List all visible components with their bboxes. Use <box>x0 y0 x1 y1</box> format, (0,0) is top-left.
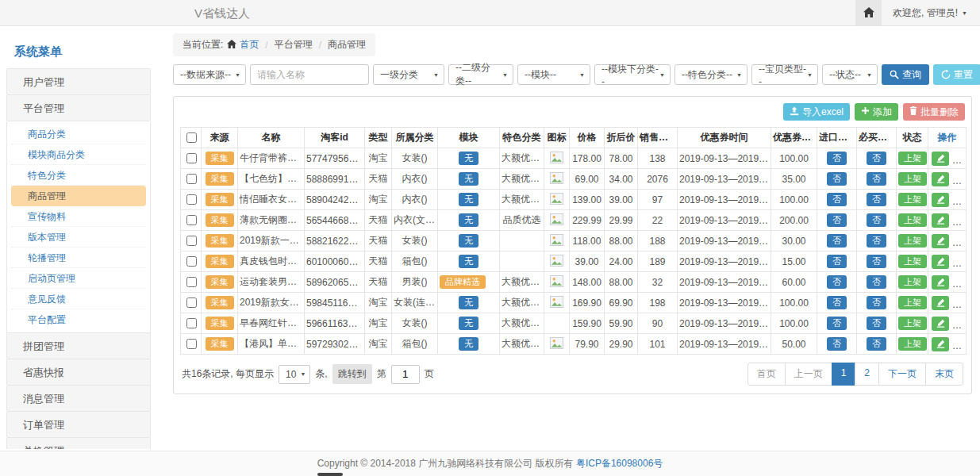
user-menu[interactable]: 欢迎您, 管理员! ▼ <box>882 0 980 26</box>
status-toggle[interactable]: 上架 <box>898 193 927 206</box>
import-select-toggle[interactable]: 否 <box>827 296 847 309</box>
module-none-badge[interactable]: 无 <box>459 172 478 186</box>
jump-button[interactable]: 跳转到 <box>332 364 372 384</box>
pager-item-末页[interactable]: 末页 <box>925 363 963 386</box>
sidebar-item[interactable]: 意见反馈 <box>11 289 146 309</box>
edit-button[interactable] <box>932 255 949 269</box>
must-buy-toggle[interactable]: 否 <box>867 213 886 227</box>
sidebar-item[interactable]: 启动页管理 <box>11 268 146 289</box>
status-toggle[interactable]: 上架 <box>898 213 927 227</box>
filter-select-3[interactable]: --二级分类--▼ <box>448 64 513 85</box>
import-excel-button[interactable]: 导入excel <box>783 103 850 121</box>
filter-select-8[interactable]: --状态--▼ <box>822 64 878 85</box>
edit-button[interactable] <box>932 317 949 331</box>
import-select-toggle[interactable]: 否 <box>827 213 847 227</box>
breadcrumb-home-link[interactable]: 首页 <box>227 38 259 52</box>
must-buy-toggle[interactable]: 否 <box>867 255 886 268</box>
edit-button[interactable] <box>932 275 949 290</box>
module-none-badge[interactable]: 无 <box>459 193 478 206</box>
status-toggle[interactable]: 上架 <box>898 337 927 351</box>
must-buy-toggle[interactable]: 否 <box>867 172 886 186</box>
must-buy-toggle[interactable]: 否 <box>867 337 886 351</box>
sidebar-group-2[interactable]: 拼团管理 <box>6 332 151 359</box>
filter-select-7[interactable]: --宝贝类型--▼ <box>751 64 818 85</box>
must-buy-toggle[interactable]: 否 <box>867 234 886 248</box>
row-checkbox[interactable] <box>186 256 197 267</box>
status-toggle[interactable]: 上架 <box>898 317 927 330</box>
import-select-toggle[interactable]: 否 <box>827 275 847 289</box>
row-checkbox[interactable] <box>186 153 197 163</box>
status-toggle[interactable]: 上架 <box>898 255 927 268</box>
edit-button[interactable] <box>932 234 949 248</box>
name-search-input[interactable] <box>250 64 369 85</box>
pager-item-上一页[interactable]: 上一页 <box>785 363 832 386</box>
add-button[interactable]: 添加 <box>855 103 898 121</box>
sidebar-item[interactable]: 商品分类 <box>11 124 146 144</box>
status-toggle[interactable]: 上架 <box>898 296 927 309</box>
filter-select-6[interactable]: --特色分类--▼ <box>674 64 747 85</box>
must-buy-toggle[interactable]: 否 <box>867 296 886 309</box>
import-select-toggle[interactable]: 否 <box>827 193 847 206</box>
import-select-toggle[interactable]: 否 <box>827 317 847 330</box>
sidebar-group-5[interactable]: 订单管理 <box>6 411 151 438</box>
home-button[interactable] <box>855 0 882 26</box>
filter-select-4[interactable]: --模块--▼ <box>517 64 590 85</box>
status-toggle[interactable]: 上架 <box>898 172 927 186</box>
import-select-toggle[interactable]: 否 <box>827 234 847 248</box>
sidebar-group-4[interactable]: 消息管理 <box>6 385 151 412</box>
module-none-badge[interactable]: 无 <box>459 213 478 227</box>
edit-button[interactable] <box>932 193 949 207</box>
reset-button[interactable]: 重置 <box>933 64 980 85</box>
select-all-checkbox[interactable] <box>186 132 197 143</box>
edit-button[interactable] <box>932 152 949 166</box>
horizontal-scrollbar-thumb[interactable] <box>317 473 343 476</box>
import-select-toggle[interactable]: 否 <box>827 172 847 186</box>
must-buy-toggle[interactable]: 否 <box>867 275 886 289</box>
search-button[interactable]: 查询 <box>882 64 929 85</box>
jump-page-input[interactable] <box>391 365 420 384</box>
status-toggle[interactable]: 上架 <box>898 152 927 165</box>
import-select-toggle[interactable]: 否 <box>827 255 847 268</box>
page-size-select[interactable]: 10 ▼ <box>279 365 310 384</box>
status-toggle[interactable]: 上架 <box>898 234 927 248</box>
module-none-badge[interactable]: 无 <box>459 255 478 268</box>
sidebar-group-3[interactable]: 省惠快报 <box>6 359 151 386</box>
pager-item-首页[interactable]: 首页 <box>747 363 786 386</box>
filter-select-2[interactable]: 一级分类▼ <box>373 64 444 85</box>
row-checkbox[interactable] <box>186 215 197 225</box>
sidebar-group-1[interactable]: 平台管理 <box>6 94 151 121</box>
sidebar-item[interactable]: 模块商品分类 <box>11 144 146 165</box>
sidebar-item[interactable]: 商品管理 <box>11 186 146 206</box>
row-checkbox[interactable] <box>186 339 197 349</box>
sidebar-item[interactable]: 版本管理 <box>11 227 146 248</box>
row-checkbox[interactable] <box>186 174 197 184</box>
module-none-badge[interactable]: 无 <box>459 296 478 309</box>
row-checkbox[interactable] <box>186 298 197 308</box>
filter-select-5[interactable]: --模块下分类--▼ <box>594 64 671 85</box>
edit-button[interactable] <box>932 213 949 228</box>
must-buy-toggle[interactable]: 否 <box>867 193 886 206</box>
batch-delete-button[interactable]: 批量删除 <box>903 103 965 121</box>
icp-link[interactable]: 粤ICP备16098006号 <box>576 458 663 469</box>
pager-item-2[interactable]: 2 <box>855 363 879 386</box>
row-checkbox[interactable] <box>186 194 197 205</box>
must-buy-toggle[interactable]: 否 <box>867 317 886 330</box>
filter-select-0[interactable]: --数据来源--▼ <box>173 64 246 85</box>
sidebar-group-0[interactable]: 用户管理 <box>6 68 151 95</box>
edit-button[interactable] <box>932 337 949 351</box>
must-buy-toggle[interactable]: 否 <box>867 152 886 165</box>
row-checkbox[interactable] <box>186 277 197 287</box>
sidebar-item[interactable]: 轮播管理 <box>11 248 146 268</box>
module-none-badge[interactable]: 无 <box>459 234 478 248</box>
row-checkbox[interactable] <box>186 236 197 246</box>
sidebar-group-6[interactable]: 兑换管理 <box>6 437 151 449</box>
sidebar-item[interactable]: 平台配置 <box>11 309 146 330</box>
pager-item-下一页[interactable]: 下一页 <box>878 363 926 386</box>
sidebar-item[interactable]: 特色分类 <box>11 165 146 186</box>
module-none-badge[interactable]: 无 <box>459 317 478 330</box>
status-toggle[interactable]: 上架 <box>898 275 927 289</box>
edit-button[interactable] <box>932 172 949 186</box>
pager-item-1[interactable]: 1 <box>832 363 856 386</box>
module-none-badge[interactable]: 无 <box>459 152 478 165</box>
import-select-toggle[interactable]: 否 <box>827 337 847 351</box>
